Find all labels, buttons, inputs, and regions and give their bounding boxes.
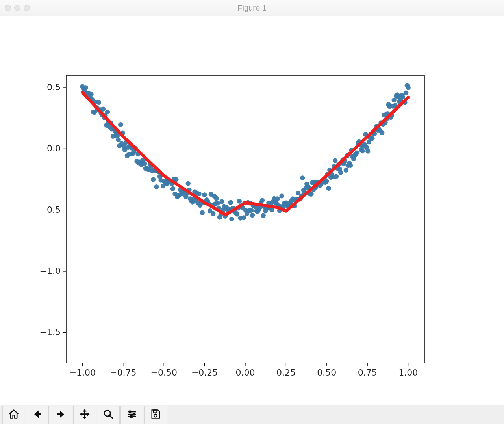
svg-rect-321	[133, 413, 135, 415]
zoom-dot[interactable]	[24, 5, 30, 11]
svg-point-138	[215, 201, 220, 205]
svg-point-82	[154, 184, 159, 189]
svg-point-256	[344, 168, 348, 173]
sliders-icon	[126, 409, 137, 421]
svg-point-156	[235, 212, 239, 216]
matplotlib-toolbar	[0, 405, 504, 424]
svg-point-49	[118, 122, 123, 127]
magnifier-icon	[103, 409, 114, 421]
x-tick-label: 0.75	[358, 368, 377, 378]
arrow-right-icon	[56, 409, 67, 421]
svg-point-150	[228, 200, 233, 205]
traffic-lights	[5, 5, 30, 11]
save-button[interactable]	[144, 406, 167, 424]
svg-point-126	[202, 192, 207, 197]
svg-point-37	[105, 110, 110, 114]
svg-point-169	[249, 208, 254, 213]
svg-point-240	[326, 186, 331, 191]
svg-point-47	[116, 138, 120, 142]
x-tick-label: 0.00	[236, 368, 255, 378]
svg-point-216	[300, 175, 305, 180]
svg-point-247	[334, 174, 339, 179]
svg-point-313	[406, 85, 410, 90]
svg-point-151	[229, 217, 234, 221]
y-tick-label: −0.5	[40, 205, 61, 215]
svg-point-142	[219, 199, 224, 204]
arrow-left-icon	[32, 409, 43, 421]
svg-line-317	[110, 416, 113, 418]
scatter-series	[80, 83, 411, 221]
svg-point-311	[404, 91, 408, 95]
back-button[interactable]	[26, 406, 49, 424]
close-dot[interactable]	[5, 5, 11, 11]
svg-point-121	[196, 192, 201, 196]
svg-point-180	[261, 213, 265, 218]
svg-point-79	[151, 177, 156, 182]
svg-point-137	[214, 196, 219, 201]
svg-point-97	[170, 186, 175, 191]
svg-rect-319	[129, 411, 131, 413]
save-icon	[150, 409, 161, 421]
svg-rect-324	[153, 410, 157, 413]
plot-svg: −1.00−0.75−0.50−0.250.000.250.500.751.00…	[0, 16, 504, 405]
svg-point-271	[360, 149, 365, 153]
pan-button[interactable]	[73, 406, 96, 424]
x-tick-label: −0.50	[150, 368, 177, 378]
y-tick-label: −1.0	[40, 266, 61, 276]
x-tick-label: −1.00	[69, 368, 96, 378]
svg-point-280	[370, 136, 374, 141]
svg-point-251	[338, 170, 343, 175]
svg-point-134	[211, 211, 215, 216]
svg-point-238	[324, 179, 329, 184]
window-titlebar: Figure 1	[0, 0, 504, 16]
y-tick-label: 0.5	[47, 82, 61, 92]
figure-canvas[interactable]: −1.00−0.75−0.50−0.250.000.250.500.751.00…	[0, 16, 504, 405]
svg-point-111	[186, 181, 191, 186]
svg-rect-315	[57, 413, 61, 415]
svg-point-29	[96, 100, 101, 105]
svg-point-289	[380, 130, 384, 135]
forward-button[interactable]	[50, 406, 72, 424]
y-tick-label: 0.0	[47, 143, 61, 153]
svg-point-325	[154, 414, 157, 417]
x-tick-label: 0.50	[317, 368, 336, 378]
svg-point-260	[348, 163, 353, 168]
y-tick-label: −1.5	[40, 327, 61, 337]
svg-point-71	[142, 161, 147, 166]
x-tick-label: −0.25	[191, 368, 218, 378]
x-tick-label: −0.75	[110, 368, 136, 378]
svg-point-158	[237, 199, 242, 204]
svg-point-193	[275, 196, 280, 201]
svg-point-246	[333, 158, 337, 163]
svg-point-179	[260, 198, 265, 203]
window-title: Figure 1	[0, 4, 504, 13]
svg-rect-323	[131, 415, 133, 418]
svg-point-170	[250, 213, 255, 218]
svg-point-124	[200, 210, 205, 215]
x-tick-label: 1.00	[398, 368, 418, 378]
svg-point-197	[279, 193, 284, 198]
x-tick-label: 0.25	[276, 368, 296, 378]
home-icon	[8, 409, 19, 421]
home-button[interactable]	[2, 406, 25, 424]
svg-point-17	[83, 85, 88, 90]
svg-point-22	[89, 92, 93, 97]
svg-point-266	[354, 150, 359, 155]
zoom-button[interactable]	[97, 406, 120, 424]
svg-point-276	[365, 149, 370, 153]
configure-button[interactable]	[120, 406, 143, 424]
svg-point-162	[241, 215, 246, 220]
pan-icon	[79, 409, 90, 421]
svg-rect-314	[37, 413, 41, 415]
minimize-dot[interactable]	[14, 5, 20, 11]
